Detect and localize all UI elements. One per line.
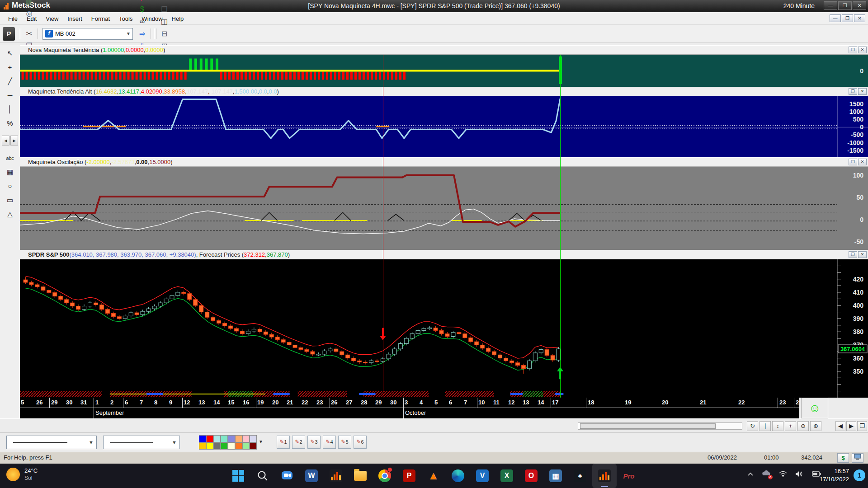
color-swatch[interactable]	[213, 435, 221, 442]
trendline-tool[interactable]: ╱	[3, 75, 17, 87]
color-swatch[interactable]	[213, 442, 221, 450]
color-swatch[interactable]	[206, 435, 213, 442]
horizontal-line-tool[interactable]: ─	[3, 89, 17, 101]
poker-app[interactable]: ♠	[568, 464, 592, 488]
cut-icon[interactable]: ✂	[23, 28, 35, 40]
line-study-button-2[interactable]: ✎2	[292, 436, 305, 449]
menu-view[interactable]: View	[41, 14, 63, 24]
line-style-combo[interactable]: ▼	[6, 436, 97, 449]
chart-app[interactable]	[324, 464, 348, 488]
line-study-button-6[interactable]: ✎6	[354, 436, 367, 449]
cascade-windows-icon[interactable]: ❐	[158, 3, 170, 15]
line-study-button-4[interactable]: ✎4	[323, 436, 336, 449]
page-right-button[interactable]: ▶	[846, 421, 856, 431]
pdf-app[interactable]: P	[397, 464, 421, 488]
color-swatch[interactable]	[235, 442, 242, 450]
close-button[interactable]: ✕	[853, 1, 866, 10]
opera-app[interactable]: O	[519, 464, 543, 488]
divider-button[interactable]: ∣	[760, 421, 771, 431]
color-swatch[interactable]	[228, 435, 235, 442]
refresh-button[interactable]: ↻	[747, 421, 758, 431]
color-swatch[interactable]	[221, 435, 228, 442]
vertical-scale-button[interactable]: ↕	[772, 421, 783, 431]
indicator-builder-icon[interactable]: ƒ	[136, 0, 148, 3]
scroll-right-button[interactable]: ▶	[10, 136, 18, 145]
wifi-icon[interactable]	[779, 471, 787, 477]
child-close-button[interactable]: ✕	[854, 14, 865, 22]
vscode-app[interactable]: V	[470, 464, 495, 488]
menu-tools[interactable]: Tools	[114, 14, 137, 24]
dollar-status-button[interactable]: $	[837, 453, 849, 463]
tray-chevron-icon[interactable]	[747, 472, 754, 476]
explorer-binoculars-icon[interactable]: ∞	[136, 15, 148, 28]
onedrive-error-icon[interactable]: ✕	[762, 470, 771, 478]
panel-restore-button[interactable]: ❐	[849, 251, 857, 258]
weather-widget[interactable]: 24°C Sol	[6, 467, 38, 482]
restore-button[interactable]: ❐	[838, 1, 852, 10]
zoom-in-button[interactable]: ⊕	[810, 421, 821, 431]
trend-panel-chart[interactable]: 0	[20, 55, 868, 87]
panel-restore-button[interactable]: ❐	[849, 88, 857, 95]
panel-close-button[interactable]: ✕	[858, 159, 867, 165]
pro-app[interactable]: Pro	[617, 464, 641, 488]
vertical-line-tool[interactable]: │	[3, 103, 17, 115]
excel-app[interactable]: X	[495, 464, 519, 488]
expert-dollar-icon[interactable]: $	[136, 3, 148, 15]
tile-horizontal-icon[interactable]: ◫	[158, 15, 170, 28]
palette-dropdown-icon[interactable]: ▼	[259, 439, 263, 444]
color-swatch[interactable]	[242, 442, 250, 450]
power-console-button[interactable]: P	[3, 27, 15, 41]
trend-alt-panel-chart[interactable]: 150010005000-500-1000-1500	[20, 96, 868, 157]
edge-app[interactable]	[446, 464, 470, 488]
fibonacci-tool[interactable]: %	[3, 117, 17, 129]
vlc-app[interactable]: ▲	[421, 464, 446, 488]
color-swatch[interactable]	[228, 442, 235, 450]
panel-close-button[interactable]: ✕	[858, 47, 867, 53]
color-swatch[interactable]	[206, 442, 213, 450]
tile-vertical-icon[interactable]: ⊟	[158, 28, 170, 40]
panel-restore-button[interactable]: ❐	[849, 47, 857, 53]
color-swatch[interactable]	[235, 435, 242, 442]
line-study-button-3[interactable]: ✎3	[307, 436, 321, 449]
color-swatch[interactable]	[250, 442, 257, 450]
scroll-left-button[interactable]: ◀	[2, 136, 9, 145]
line-weight-combo[interactable]: ▼	[103, 436, 180, 449]
forecaster-icon[interactable]: ⇒	[136, 28, 148, 40]
layout-combo[interactable]: f MB 002 ▼	[42, 28, 133, 40]
color-swatch[interactable]	[250, 435, 257, 442]
taskbar-clock[interactable]: 16:57 17/10/2022	[820, 467, 849, 483]
scrollbar-thumb[interactable]	[580, 423, 716, 429]
metastock-app[interactable]	[592, 464, 617, 488]
print-preview-icon[interactable]: ◎	[23, 7, 35, 19]
notification-badge[interactable]: 1	[854, 469, 865, 481]
oscillation-panel-chart[interactable]: 100500-50	[20, 167, 868, 250]
search-button[interactable]	[250, 464, 275, 488]
horizontal-scrollbar[interactable]	[578, 422, 742, 430]
chat-app[interactable]	[275, 464, 299, 488]
triangle-tool[interactable]: △	[3, 208, 17, 220]
panel-close-button[interactable]: ✕	[858, 251, 867, 258]
zoom-out-button[interactable]: ⊖	[797, 421, 809, 431]
print-icon[interactable]: ▥	[23, 0, 35, 7]
word-app[interactable]: W	[299, 464, 324, 488]
color-swatch[interactable]	[221, 442, 228, 450]
chrome-app[interactable]	[373, 464, 397, 488]
panel-restore-button[interactable]: ❐	[849, 159, 857, 165]
color-swatch[interactable]	[199, 442, 206, 450]
page-end-button[interactable]: ❐	[857, 421, 867, 431]
menu-format[interactable]: Format	[87, 14, 114, 24]
page-left-button[interactable]: ◀	[835, 421, 845, 431]
rectangle-tool[interactable]: ▭	[3, 194, 17, 206]
explorer-app[interactable]	[348, 464, 373, 488]
price-panel-chart[interactable]: 420410400390380370360350367.0604	[20, 259, 868, 398]
symbol-grid-tool[interactable]: ▦	[3, 166, 17, 178]
start-button[interactable]	[226, 464, 250, 488]
text-tool[interactable]: abc	[3, 152, 17, 164]
pointer-tool[interactable]: ↖	[3, 47, 17, 59]
volume-icon[interactable]	[795, 471, 803, 477]
panel-close-button[interactable]: ✕	[858, 88, 867, 95]
ellipse-tool[interactable]: ○	[3, 180, 17, 192]
line-study-button-5[interactable]: ✎5	[338, 436, 351, 449]
chevron-down-icon[interactable]: ▼	[89, 440, 94, 445]
calc-app[interactable]: ▦	[543, 464, 568, 488]
